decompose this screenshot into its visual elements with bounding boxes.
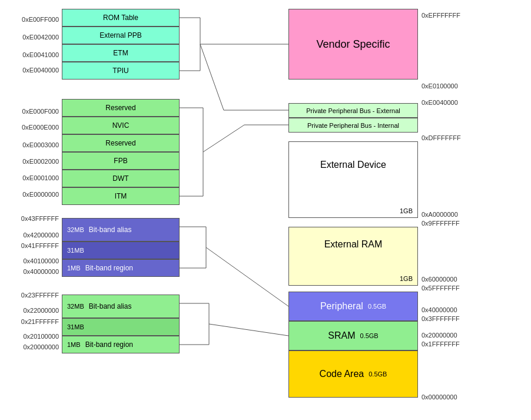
addr-42000000: 0x42000000 [23,232,59,239]
block-nvic: NVIC [62,117,180,134]
block-rom-table: ROM Table [62,9,180,27]
svg-line-10 [203,125,244,152]
addr-e0042000: 0xE0042000 [22,34,59,41]
addr-right-1fffffff: 0x1FFFFFFF [422,340,460,348]
block-ppb-internal: Private Peripheral Bus - Internal [288,118,418,133]
block-external-device: External Device 1GB [288,141,418,218]
block-tpiu: TPIU [62,62,180,80]
addr-right-00000000: 0x00000000 [422,393,457,401]
addr-20100000: 0x20100000 [23,333,59,340]
addr-right-5fffffff: 0x5FFFFFFF [422,285,460,292]
block-peripheral-alias: 32MB Bit-band alias [62,218,180,242]
addr-40100000: 0x40100000 [23,257,59,264]
block-vendor-specific: Vendor Specific [288,9,418,80]
block-sram: SRAM 0.5GB [288,321,418,350]
addr-right-20000000: 0x20000000 [422,332,457,339]
addr-22000000: 0x22000000 [23,307,59,314]
block-peripheral: Peripheral 0.5GB [288,292,418,321]
block-dwt: DWT [62,170,180,187]
block-etm: ETM [62,44,180,62]
block-fpb: FPB [62,152,180,170]
block-sram-mid: 31MB [62,318,180,336]
block-external-ppb: External PPB [62,27,180,44]
block-peripheral-mid: 31MB [62,242,180,259]
addr-e0003000: 0xE0003000 [22,141,59,148]
block-ppb-external: Private Peripheral Bus - External [288,103,418,118]
addr-41ffffff: 0x41FFFFFF [21,242,59,249]
block-sram-alias: 32MB Bit-band alias [62,295,180,318]
svg-line-19 [209,324,288,336]
addr-e0040000: 0xE0040000 [22,67,59,74]
block-reserved-1: Reserved [62,99,180,117]
addr-right-60000000: 0x60000000 [422,276,457,283]
block-external-ram: External RAM 1GB [288,227,418,286]
svg-line-15 [206,247,288,306]
addr-21ffffff: 0x21FFFFFF [21,318,59,325]
addr-40000000: 0x40000000 [23,268,59,275]
addr-right-3fffffff: 0x3FFFFFFF [422,315,460,322]
addr-43ffffff: 0x43FFFFFF [21,215,59,222]
addr-e000e000: 0xE000E000 [22,124,59,131]
addr-right-a0000000: 0xA0000000 [422,211,458,218]
svg-line-5 [200,44,224,110]
memory-map-diagram: 0xE00FF000 0xE0042000 0xE0041000 0xE0040… [0,0,531,420]
block-peripheral-region: 1MB Bit-band region [62,259,180,277]
addr-right-40000000: 0x40000000 [422,306,457,313]
addr-23ffffff: 0x23FFFFFF [21,292,59,299]
addr-right-9fffffff: 0x9FFFFFFF [422,220,460,227]
block-code-area: Code Area 0.5GB [288,350,418,398]
addr-right-effffffff: 0xEFFFFFFF [422,12,460,19]
addr-e0041000: 0xE0041000 [22,51,59,58]
addr-right-dfffffff: 0xDFFFFFFF [422,134,461,141]
addr-20000000: 0x20000000 [23,343,59,350]
addr-e000f000: 0xE000F000 [22,108,59,115]
addr-right-e0100000: 0xE0100000 [422,82,458,90]
addr-e0001000: 0xE0001000 [22,174,59,181]
addr-e0000000: 0xE0000000 [22,191,59,198]
addr-right-e0040000: 0xE0040000 [422,99,458,106]
addr-e00ff000: 0xE00FF000 [22,16,59,23]
block-sram-region: 1MB Bit-band region [62,336,180,353]
addr-e0002000: 0xE0002000 [22,158,59,165]
block-itm: ITM [62,187,180,205]
block-reserved-2: Reserved [62,134,180,152]
